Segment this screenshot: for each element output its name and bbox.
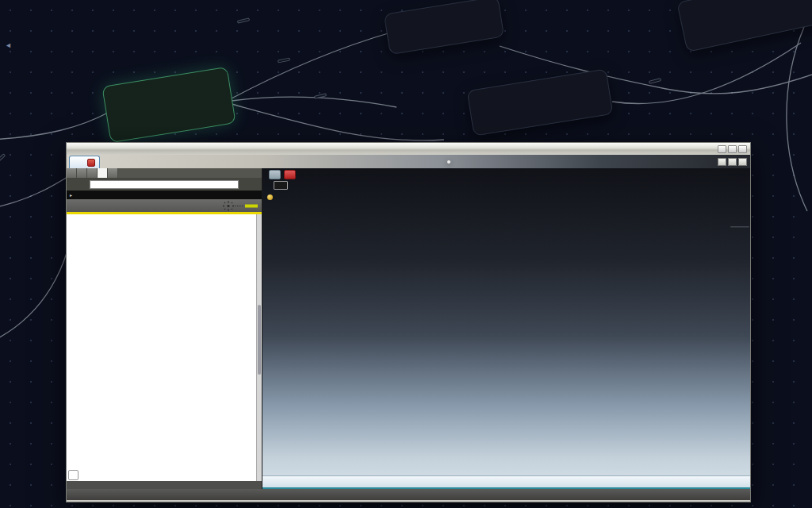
external-link-icon[interactable] — [480, 4, 493, 17]
viewport-3d[interactable] — [262, 168, 750, 489]
window-status-strip — [67, 489, 750, 500]
panel-status-bar — [67, 481, 262, 489]
report-icon — [70, 201, 79, 210]
forward-icon[interactable] — [79, 180, 87, 188]
chart-z-direction — [68, 395, 260, 483]
documentation-row[interactable] — [67, 190, 262, 199]
zoom-button[interactable] — [68, 470, 79, 480]
tab-model-tree[interactable] — [87, 168, 98, 178]
chart-y-direction — [68, 306, 260, 393]
axis-triad — [262, 168, 318, 489]
play-icon — [128, 88, 140, 100]
external-link-icon[interactable] — [588, 77, 601, 90]
mdi-minimize-button[interactable] — [718, 158, 726, 166]
viewport-right-toolbar — [730, 226, 749, 228]
scrollbar-thumb[interactable] — [258, 305, 261, 374]
window-content — [67, 168, 750, 489]
report-header — [67, 199, 262, 212]
tab-close-icon[interactable] — [87, 159, 95, 167]
compass-doodle — [220, 201, 259, 211]
build-volume-scene — [262, 168, 750, 475]
document-tab[interactable] — [69, 156, 100, 168]
window-controls — [718, 145, 747, 153]
node-title — [690, 0, 808, 13]
mdi-restore-button[interactable] — [728, 158, 737, 166]
mdi-controls — [718, 158, 747, 166]
main-toolbar — [447, 160, 450, 164]
url-input[interactable] — [90, 180, 239, 189]
tab-browser[interactable] — [98, 168, 108, 178]
browser-nav-bar — [67, 178, 262, 190]
back-icon[interactable] — [69, 180, 77, 188]
panel-scrollbar[interactable] — [256, 214, 262, 481]
close-button[interactable] — [738, 145, 747, 153]
pan-arrow-icon[interactable]: ◄ — [5, 41, 12, 49]
title-bar[interactable] — [67, 143, 750, 155]
material-charts — [67, 214, 262, 489]
tab-printer[interactable] — [108, 168, 118, 178]
collapse-arrow-icon — [70, 192, 72, 198]
tab-explorer[interactable] — [67, 168, 77, 178]
search-icon — [70, 471, 77, 479]
node-subtitle — [690, 0, 808, 16]
mdi-close-button[interactable] — [738, 158, 747, 166]
node-subtitle — [396, 8, 490, 23]
tab-favorites[interactable] — [77, 168, 87, 178]
restore-button[interactable] — [728, 145, 737, 153]
refresh-icon[interactable] — [241, 180, 249, 188]
chart-x-direction — [68, 216, 260, 303]
screen: ◄ — [0, 0, 812, 508]
browser-panel — [67, 168, 262, 489]
app-window — [66, 142, 751, 502]
viewport-ruler — [262, 475, 750, 489]
app-grid-icon — [74, 159, 81, 166]
minimize-button[interactable] — [718, 145, 726, 153]
document-tab-bar — [67, 155, 750, 168]
home-icon[interactable] — [251, 180, 259, 188]
panel-tabs — [67, 168, 262, 178]
lock-icon — [113, 90, 125, 102]
